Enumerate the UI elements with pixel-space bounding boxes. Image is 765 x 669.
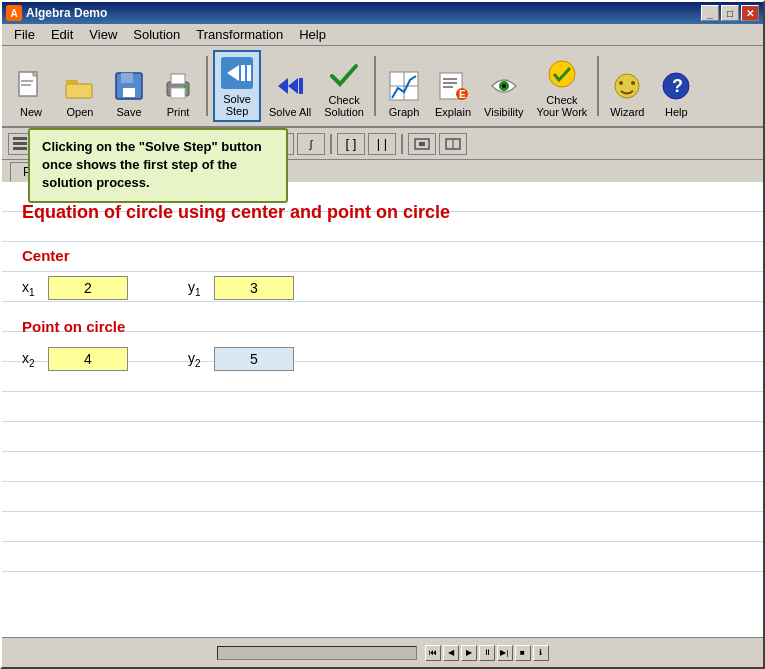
point-label: Point on circle [22,318,743,335]
svg-rect-39 [13,142,27,145]
svg-point-32 [549,61,575,87]
print-button[interactable]: Print [155,64,201,122]
solve-step-button[interactable]: SolveStep [213,50,261,122]
point-row: x2 y2 [22,347,743,371]
bracket2-btn[interactable]: | | [368,133,396,155]
menu-edit[interactable]: Edit [43,25,81,44]
media-next[interactable]: ▶| [497,645,513,661]
center-label: Center [22,247,743,264]
toolbar2-sep-4 [401,134,403,154]
app-icon: A [6,5,22,21]
title-buttons: _ □ ✕ [701,5,759,21]
visibility-label: Visibility [484,106,524,118]
check-work-icon [544,56,580,92]
toolbar-sep-2 [374,56,376,116]
media-pause[interactable]: ⏸ [479,645,495,661]
visibility-button[interactable]: Visibility [479,64,529,122]
content-area: Equation of circle using center and poin… [2,182,763,637]
media-prev[interactable]: ◀ [443,645,459,661]
graph-button[interactable]: Graph [381,64,427,122]
open-button[interactable]: Open [57,64,103,122]
check-work-button[interactable]: CheckYour Work [532,52,593,122]
media-stop[interactable]: ■ [515,645,531,661]
explain-label: Explain [435,106,471,118]
svg-rect-9 [123,88,135,97]
frame2-btn[interactable] [439,133,467,155]
explain-icon: E [435,68,471,104]
menu-view[interactable]: View [81,25,125,44]
explain-button[interactable]: E Explain [430,64,476,122]
check-solution-label: CheckSolution [324,94,364,118]
x1-group: x1 [22,276,128,300]
close-button[interactable]: ✕ [741,5,759,21]
svg-rect-3 [21,84,31,86]
svg-point-31 [502,84,506,88]
print-label: Print [167,106,190,118]
center-row: x1 y1 [22,276,743,300]
wizard-button[interactable]: Wizard [604,64,650,122]
svg-rect-20 [299,78,303,94]
main-window: A Algebra Demo _ □ ✕ File Edit View Solu… [0,0,765,669]
menu-transformation[interactable]: Transformation [188,25,291,44]
open-label: Open [67,106,94,118]
check-solution-icon [326,56,362,92]
title-bar: A Algebra Demo _ □ ✕ [2,2,763,24]
media-controls: ⏮ ◀ ▶ ⏸ ▶| ■ ℹ [425,645,549,661]
svg-rect-25 [443,78,457,80]
toolbar2-sep-3 [330,134,332,154]
save-icon [111,68,147,104]
visibility-icon [486,68,522,104]
open-icon [62,68,98,104]
solve-all-label: Solve All [269,106,311,118]
media-first[interactable]: ⏮ [425,645,441,661]
wizard-icon [609,68,645,104]
y2-label: y2 [188,350,208,369]
svg-rect-48 [419,142,425,146]
solve-all-button[interactable]: Solve All [264,64,316,122]
graph-label: Graph [389,106,420,118]
save-label: Save [116,106,141,118]
y1-input[interactable] [214,276,294,300]
menu-help[interactable]: Help [291,25,334,44]
window-title: Algebra Demo [26,6,107,20]
svg-text:?: ? [672,76,683,96]
tooltip: Clicking on the "Solve Step" button once… [28,128,288,203]
new-label: New [20,106,42,118]
media-info[interactable]: ℹ [533,645,549,661]
formula2-btn[interactable]: ∫ [297,133,325,155]
check-solution-button[interactable]: CheckSolution [319,52,369,122]
media-play[interactable]: ▶ [461,645,477,661]
help-button[interactable]: ? Help [653,64,699,122]
menu-solution[interactable]: Solution [125,25,188,44]
menu-file[interactable]: File [6,25,43,44]
svg-marker-19 [288,78,298,94]
scroll-track[interactable] [217,646,417,660]
solve-all-icon [272,68,308,104]
new-icon [13,68,49,104]
x1-input[interactable] [48,276,128,300]
bracket-btn[interactable]: [ ] [337,133,365,155]
title-bar-left: A Algebra Demo [6,5,107,21]
svg-rect-26 [443,82,457,84]
new-button[interactable]: New [8,64,54,122]
svg-rect-27 [443,86,453,88]
minimize-button[interactable]: _ [701,5,719,21]
help-icon: ? [658,68,694,104]
help-label: Help [665,106,688,118]
svg-rect-17 [247,65,251,81]
wizard-label: Wizard [610,106,644,118]
solve-step-label: SolveStep [223,93,251,117]
frame-btn[interactable] [408,133,436,155]
svg-rect-40 [13,147,27,150]
x2-label: x2 [22,350,42,369]
maximize-button[interactable]: □ [721,5,739,21]
y2-group: y2 [188,347,294,371]
x2-input[interactable] [48,347,128,371]
check-work-label: CheckYour Work [537,94,588,118]
y1-label: y1 [188,279,208,298]
y2-input[interactable] [214,347,294,371]
svg-rect-13 [184,85,187,88]
svg-rect-38 [13,137,27,140]
save-button[interactable]: Save [106,64,152,122]
toolbar-sep-3 [597,56,599,116]
